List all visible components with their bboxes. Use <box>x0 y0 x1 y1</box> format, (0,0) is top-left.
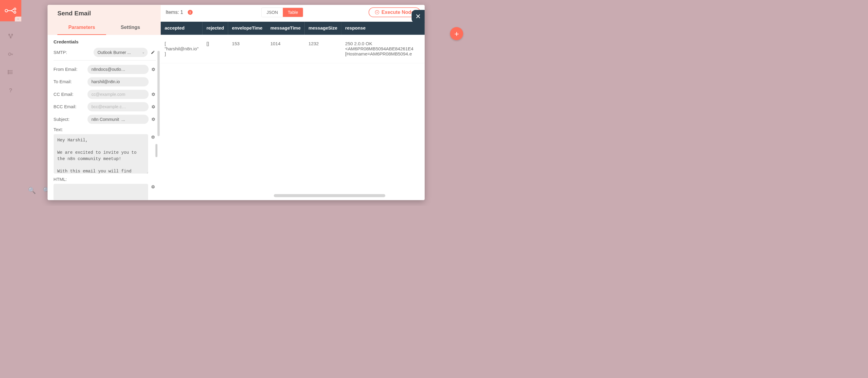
panel-scrollbar[interactable] <box>157 51 160 136</box>
bcc-email-label: BCC Email: <box>53 104 85 109</box>
col-messageSize: messageSize <box>304 22 341 35</box>
view-table-button[interactable]: Table <box>283 8 303 17</box>
subject-input[interactable] <box>87 115 149 124</box>
table-row: [ "harshil@n8n.io" ] [] 153 1014 1232 25… <box>161 35 425 63</box>
node-header: Send Email Parameters Settings <box>48 5 161 35</box>
to-email-label: To Email: <box>53 79 85 85</box>
n8n-logo-icon <box>4 7 18 14</box>
horizontal-scrollbar[interactable] <box>274 194 385 197</box>
cell-messageSize: 1232 <box>304 35 341 63</box>
svg-point-2 <box>14 11 16 13</box>
text-options[interactable] <box>150 134 156 140</box>
node-title: Send Email <box>57 10 155 20</box>
app-logo[interactable]: › <box>0 0 22 22</box>
bcc-email-row: BCC Email: <box>53 102 156 111</box>
from-email-input[interactable] <box>87 65 149 74</box>
chevron-down-icon: ⌄ <box>142 50 145 54</box>
tab-settings[interactable]: Settings <box>106 20 155 35</box>
sidebar-workflows-icon[interactable] <box>7 33 14 39</box>
chevron-right-icon: › <box>18 17 19 21</box>
divider <box>53 60 156 61</box>
info-badge[interactable]: i <box>188 10 193 15</box>
bcc-email-options[interactable] <box>151 104 156 110</box>
cell-messageTime: 1014 <box>267 35 305 63</box>
cell-envelopeTime: 153 <box>228 35 266 63</box>
col-envelopeTime: envelopeTime <box>228 22 266 35</box>
svg-point-0 <box>5 9 8 12</box>
subject-row: Subject: <box>53 115 156 124</box>
cc-email-options[interactable] <box>151 91 156 97</box>
svg-rect-3 <box>8 34 10 35</box>
info-icon: i <box>190 10 190 14</box>
gear-icon <box>151 117 156 121</box>
output-table: accepted rejected envelopeTime messageTi… <box>161 22 425 63</box>
svg-rect-4 <box>11 34 13 35</box>
smtp-credential-select[interactable]: Outlook Burner ... ⌄ <box>93 48 148 57</box>
smtp-credential-row: SMTP: Outlook Burner ... ⌄ <box>53 48 156 57</box>
textarea-scrollbar[interactable] <box>156 144 158 157</box>
parameters-scroll[interactable]: Credentials SMTP: Outlook Burner ... ⌄ F… <box>48 35 161 200</box>
bcc-email-input[interactable] <box>87 102 149 111</box>
view-toggle: JSON Table <box>261 7 303 17</box>
cell-accepted: [ "harshil@n8n.io" ] <box>161 35 203 63</box>
smtp-label: SMTP: <box>53 50 91 55</box>
svg-text:?: ? <box>9 87 12 93</box>
text-body-input[interactable] <box>53 134 148 174</box>
subject-label: Subject: <box>53 117 85 122</box>
col-messageTime: messageTime <box>267 22 305 35</box>
svg-point-9 <box>8 73 8 74</box>
to-email-row: To Email: <box>53 77 156 86</box>
execute-label: Execute Node <box>381 10 414 15</box>
close-modal-button[interactable]: ✕ <box>411 10 425 23</box>
cc-email-label: CC Email: <box>53 92 85 97</box>
html-options[interactable] <box>150 184 156 190</box>
output-header: Items: 1 i JSON Table Execute Node <box>161 5 425 20</box>
cc-email-input[interactable] <box>87 90 149 99</box>
svg-point-8 <box>8 72 8 72</box>
sidebar-credentials-icon[interactable] <box>7 51 14 58</box>
to-email-input[interactable] <box>87 77 149 86</box>
gear-icon <box>151 92 156 96</box>
svg-rect-5 <box>10 37 11 38</box>
output-table-wrap[interactable]: accepted rejected envelopeTime messageTi… <box>161 22 425 200</box>
tab-parameters[interactable]: Parameters <box>57 20 106 35</box>
gear-icon <box>151 80 156 84</box>
pencil-icon <box>151 50 155 54</box>
close-icon: ✕ <box>415 13 421 20</box>
to-email-options[interactable] <box>151 79 156 85</box>
credentials-heading: Credentials <box>53 39 156 44</box>
sidebar-expand-button[interactable]: › <box>15 17 22 22</box>
items-count: Items: 1 <box>165 10 183 15</box>
node-output-panel: Items: 1 i JSON Table Execute Node ✕ acc… <box>161 5 425 200</box>
svg-point-7 <box>8 70 8 71</box>
sidebar-executions-icon[interactable] <box>7 69 14 75</box>
subject-options[interactable] <box>151 116 156 122</box>
sidebar-help-icon[interactable]: ? <box>7 87 14 93</box>
from-email-row: From Email: <box>53 65 156 74</box>
col-response: response <box>341 22 425 35</box>
add-node-button[interactable]: + <box>450 27 463 40</box>
smtp-credential-value: Outlook Burner ... <box>97 50 131 55</box>
gear-icon <box>151 185 155 189</box>
zoom-in-button[interactable]: 🔍 <box>28 187 36 194</box>
plus-icon: + <box>454 29 459 38</box>
gear-icon <box>151 67 156 71</box>
table-header-row: accepted rejected envelopeTime messageTi… <box>161 22 425 35</box>
svg-point-1 <box>14 8 16 10</box>
html-label: HTML: <box>53 177 156 182</box>
col-rejected: rejected <box>203 22 228 35</box>
edit-credential-button[interactable] <box>150 50 156 56</box>
cc-email-row: CC Email: <box>53 90 156 99</box>
gear-icon <box>151 104 156 109</box>
html-body-input[interactable] <box>53 184 148 200</box>
node-tabs: Parameters Settings <box>57 20 155 35</box>
node-parameters-panel: Send Email Parameters Settings Credentia… <box>48 5 161 200</box>
cell-rejected: [] <box>203 35 228 63</box>
col-accepted: accepted <box>161 22 203 35</box>
svg-point-6 <box>8 53 11 55</box>
app-sidebar: › ? <box>0 0 22 206</box>
from-email-options[interactable] <box>151 66 156 72</box>
text-label: Text: <box>53 127 156 132</box>
view-json-button[interactable]: JSON <box>261 8 283 17</box>
cell-response: 250 2.0.0 OK <AM6PR08MB5094ABE84261E4 [H… <box>341 35 425 63</box>
